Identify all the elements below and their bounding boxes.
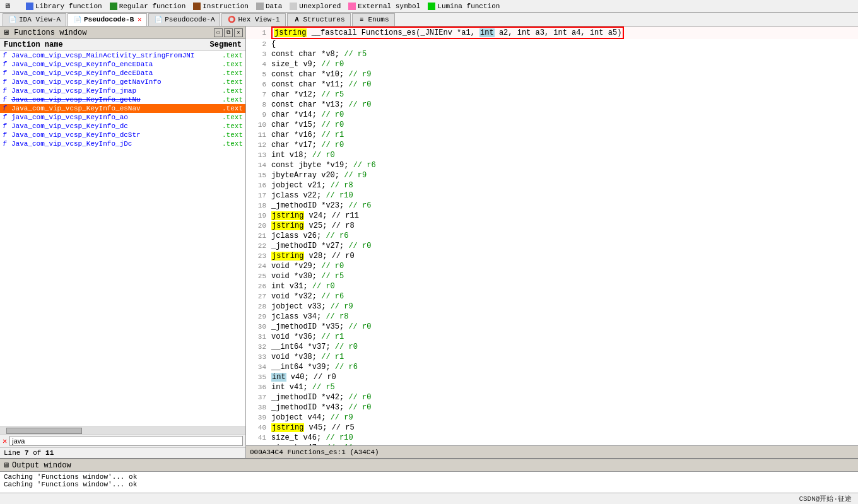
line-content-6: const char *v11; // r0 [271, 79, 855, 90]
scrollbar-thumb[interactable] [6, 428, 82, 434]
tab-hex-view[interactable]: ⭕ Hex View-1 [221, 13, 285, 26]
func-icon-8: f [3, 122, 9, 130]
line-content-21: jclass v26; // r6 [271, 231, 855, 241]
line-number-5: 5 [249, 69, 266, 79]
line-content-36: int v41; // r5 [271, 382, 855, 392]
func-icon-6: f [3, 105, 9, 112]
code-line-24: 24 void *v29; // r0 [246, 261, 858, 271]
code-line-14: 14 const jbyte *v19; // r6 [246, 160, 858, 170]
function-row-2[interactable]: fJava_com_vip_vcsp_KeyInfo_decEData.text [0, 69, 245, 78]
functions-window: 🖥 Functions window ▭ ⧉ ✕ Function name S… [0, 26, 246, 458]
func-segment-4: .text [211, 87, 243, 95]
func-name-1: Java_com_vip_vcsp_KeyInfo_encEData [11, 61, 211, 68]
code-line-21: 21 jclass v26; // r6 [246, 231, 858, 241]
line-number-8: 8 [249, 100, 266, 110]
function-row-0[interactable]: fJava_com_vip_vcsp_MainActivity_stringFr… [0, 51, 245, 60]
line-content-19: jstring v24; // r11 [271, 211, 855, 221]
code-line-33: 33 void *v38; // r1 [246, 352, 858, 362]
function-row-6[interactable]: fJava_com_vip_vcsp_KeyInfo_esNav.text [0, 104, 245, 113]
legend-dot-external [348, 3, 356, 10]
func-name-9: Java_com_vip_vcsp_KeyInfo_dcStr [11, 131, 211, 139]
kw-jstring: jstring [271, 211, 304, 220]
bottom-bar-text: CSDN@开始·征途 [799, 494, 852, 503]
line-content-9: char *v14; // r0 [271, 110, 855, 120]
output-line-2: Caching 'Functions window'... ok [4, 481, 854, 488]
line-number-26: 26 [249, 281, 266, 291]
function-row-9[interactable]: fJava_com_vip_vcsp_KeyInfo_dcStr.text [0, 131, 245, 139]
code-area: 1 jstring __fastcall Functions_es(_JNIEn… [246, 26, 858, 458]
tab-label-enums: Enums [368, 16, 389, 23]
function-row-5[interactable]: fJava_com_vip_vcsp_KeyInfo_getNu.text [0, 95, 245, 104]
tab-icon-ida: 📄 [8, 15, 17, 24]
legend-library: Library function [26, 3, 102, 10]
line-1-text: __fastcall Functions_es(_JNIEnv *a1, [312, 28, 479, 37]
line-number-25: 25 [249, 271, 266, 281]
functions-column-header: Function name Segment [0, 39, 245, 51]
output-line-1: Caching 'Functions window'... ok [4, 473, 854, 481]
search-clear-button[interactable]: ✕ [3, 437, 7, 446]
function-row-3[interactable]: fJava_com_vip_vcsp_KeyInfo_getNavInfo.te… [0, 78, 245, 86]
line-content-39: jobject v44; // r9 [271, 413, 855, 423]
line-number-23: 23 [249, 251, 266, 261]
line-number-12: 12 [249, 140, 266, 150]
function-row-4[interactable]: fJava_com_vip_vcsp_KeyInfo_jmap.text [0, 86, 245, 95]
line-number-24: 24 [249, 261, 266, 271]
function-row-10[interactable]: fJava_com_vip_vcsp_KeyInfo_jDc.text [0, 139, 245, 148]
func-segment-7: .text [211, 114, 243, 121]
functions-title-bar: 🖥 Functions window ▭ ⧉ ✕ [0, 26, 245, 39]
code-line-28: 28 jobject v33; // r9 [246, 302, 858, 312]
line-content-3: const char *v8; // r5 [271, 49, 855, 59]
minimize-button[interactable]: ▭ [214, 28, 223, 37]
func-segment-0: .text [211, 52, 243, 59]
code-status-text: 000A34C4 Functions_es:1 (A34C4) [250, 448, 379, 456]
line-number-3: 3 [249, 49, 266, 59]
tab-pseudocode-b[interactable]: 📄 Pseudocode-B ✕ [68, 13, 147, 26]
code-line-35: 35int v40; // r0 [246, 372, 858, 382]
legend-dot-lumina [428, 3, 435, 10]
line-number-7: 7 [249, 90, 266, 100]
line-number-28: 28 [249, 302, 266, 312]
tab-pseudocode-a[interactable]: 📄 Pseudocode-A [148, 13, 220, 26]
legend-instruction-label: Instruction [203, 3, 249, 10]
functions-list[interactable]: fJava_com_vip_vcsp_MainActivity_stringFr… [0, 51, 245, 426]
code-line-39: 39 jobject v44; // r9 [246, 413, 858, 423]
line-number-35: 35 [249, 372, 266, 382]
line-number-17: 17 [249, 190, 266, 201]
tab-close-pseudo-b[interactable]: ✕ [138, 16, 141, 23]
line-content-12: char *v17; // r0 [271, 140, 855, 150]
code-line-19: 19jstring v24; // r11 [246, 211, 858, 221]
function-row-7[interactable]: fjava_com_vip_vcsp_KeyInfo_ao.text [0, 113, 245, 122]
tab-structures[interactable]: A Structures [287, 13, 351, 26]
line-content-24: void *v29; // r0 [271, 261, 855, 271]
tab-enums[interactable]: ≡ Enums [352, 13, 395, 26]
legend-external-label: External symbol [358, 3, 420, 10]
code-line-25: 25 void *v30; // r5 [246, 271, 858, 281]
search-input[interactable] [9, 436, 243, 446]
line-content-26: int v31; // r0 [271, 281, 855, 291]
line-content-11: char *v16; // r1 [271, 130, 855, 140]
code-line-40: 40jstring v45; // r5 [246, 423, 858, 433]
code-line-4: 4 size_t v9; // r0 [246, 59, 858, 69]
close-button[interactable]: ✕ [234, 28, 243, 37]
line-number-33: 33 [249, 352, 266, 362]
function-row-1[interactable]: fJava_com_vip_vcsp_KeyInfo_encEData.text [0, 60, 245, 69]
code-line-30: 30 _jmethodID *v35; // r0 [246, 322, 858, 332]
line-number-20: 20 [249, 221, 266, 231]
line-content-32: __int64 *v37; // r0 [271, 342, 855, 352]
restore-button[interactable]: ⧉ [224, 28, 233, 37]
line-content-2: { [271, 39, 855, 49]
func-icon-9: f [3, 131, 9, 139]
code-line-27: 27 void *v32; // r6 [246, 291, 858, 302]
func-icon-5: f [3, 96, 9, 103]
kw-jstring: jstring [271, 221, 304, 230]
tab-ida-view-a[interactable]: 📄 IDA View-A [3, 13, 66, 26]
line-content-5: const char *v10; // r9 [271, 69, 855, 79]
functions-scrollbar[interactable] [0, 426, 245, 434]
function-row-8[interactable]: fJava_com_vip_vcsp_KeyInfo_dc.text [0, 122, 245, 131]
line-content-34: __int64 *v39; // r6 [271, 362, 855, 372]
line-content-20: jstring v25; // r8 [271, 221, 855, 231]
legend-bar: 🖥 Library function Regular function Inst… [0, 0, 858, 13]
line-content-29: jclass v34; // r8 [271, 312, 855, 322]
window-icon: 🖥 [4, 2, 11, 10]
code-content[interactable]: 1 jstring __fastcall Functions_es(_JNIEn… [246, 26, 858, 445]
